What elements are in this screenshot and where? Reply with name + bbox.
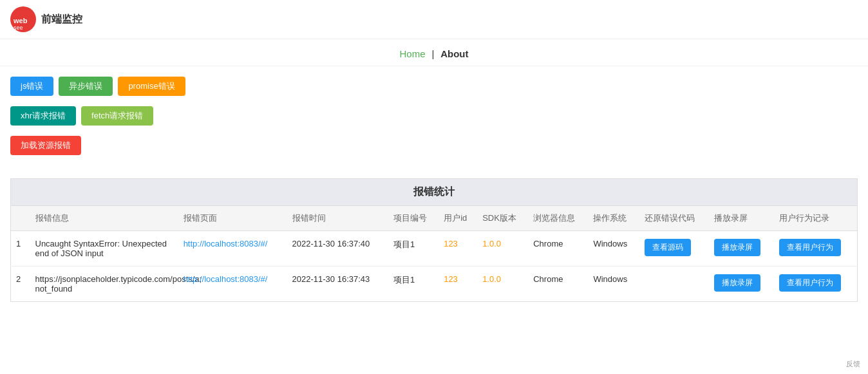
row1-page: http://localhost:8083/#/ bbox=[178, 231, 287, 266]
logo: web see 前端监控 bbox=[10, 6, 82, 32]
row2-index: 2 bbox=[11, 266, 30, 302]
row2-replay-btn[interactable]: 播放录屏 bbox=[714, 274, 760, 292]
btn-resource-error[interactable]: 加载资源报错 bbox=[10, 136, 81, 155]
row2-source-action bbox=[639, 266, 709, 302]
table-title: 报错统计 bbox=[10, 178, 858, 205]
row2-behavior-btn[interactable]: 查看用户行为 bbox=[779, 274, 841, 292]
row2-error-msg: https://jsonplaceholder.typicode.com/pos… bbox=[30, 266, 178, 302]
logo-text: 前端监控 bbox=[41, 13, 82, 26]
btn-async-error[interactable]: 异步错误 bbox=[59, 77, 113, 96]
row1-error-msg: Uncaught SyntaxError: Unexpected end of … bbox=[30, 231, 178, 266]
th-project: 项目编号 bbox=[388, 206, 439, 231]
button-group-row3: 加载资源报错 bbox=[0, 126, 868, 165]
table-row: 2 https://jsonplaceholder.typicode.com/p… bbox=[11, 266, 858, 302]
svg-text:see: see bbox=[14, 24, 23, 31]
th-index bbox=[11, 206, 30, 231]
row1-project: 项目1 bbox=[388, 231, 439, 266]
button-group-row2: xhr请求报错 fetch请求报错 bbox=[0, 96, 868, 126]
error-table-section: 报错统计 报错信息 报错页面 报错时间 项目编号 用户id SDK版本 浏览器信… bbox=[10, 178, 858, 302]
row1-time: 2022-11-30 16:37:40 bbox=[287, 231, 388, 266]
row1-behavior-action: 查看用户行为 bbox=[774, 231, 858, 266]
row1-os: Windows bbox=[588, 231, 639, 266]
th-page: 报错页面 bbox=[178, 206, 287, 231]
th-userid: 用户id bbox=[439, 206, 477, 231]
table-row: 1 Uncaught SyntaxError: Unexpected end o… bbox=[11, 231, 858, 266]
row1-index: 1 bbox=[11, 231, 30, 266]
row1-browser: Chrome bbox=[528, 231, 588, 266]
row2-project: 项目1 bbox=[388, 266, 439, 302]
btn-fetch-error[interactable]: fetch请求报错 bbox=[81, 106, 153, 126]
th-sdk: SDK版本 bbox=[477, 206, 528, 231]
row2-time: 2022-11-30 16:37:43 bbox=[287, 266, 388, 302]
button-group-row1: js错误 异步错误 promise错误 bbox=[0, 66, 868, 96]
th-os: 操作系统 bbox=[588, 206, 639, 231]
btn-promise-error[interactable]: promise错误 bbox=[118, 77, 185, 96]
nav-separator: | bbox=[431, 48, 434, 59]
row1-sdk: 1.0.0 bbox=[477, 231, 528, 266]
nav-bar: Home | About bbox=[0, 39, 868, 66]
row1-source-action: 查看源码 bbox=[639, 231, 709, 266]
row2-behavior-action: 查看用户行为 bbox=[774, 266, 858, 302]
row2-userid: 123 bbox=[439, 266, 477, 302]
th-time: 报错时间 bbox=[287, 206, 388, 231]
row1-source-btn[interactable]: 查看源码 bbox=[645, 239, 691, 256]
row1-userid: 123 bbox=[439, 231, 477, 266]
websee-logo-icon: web see bbox=[10, 6, 36, 32]
row1-replay-action: 播放录屏 bbox=[709, 231, 774, 266]
th-behavior: 用户行为记录 bbox=[774, 206, 858, 231]
row2-os: Windows bbox=[588, 266, 639, 302]
th-source: 还原错误代码 bbox=[639, 206, 709, 231]
row1-replay-btn[interactable]: 播放录屏 bbox=[714, 239, 760, 256]
error-table: 报错信息 报错页面 报错时间 项目编号 用户id SDK版本 浏览器信息 操作系… bbox=[10, 205, 858, 302]
btn-xhr-error[interactable]: xhr请求报错 bbox=[10, 106, 76, 126]
th-replay: 播放录屏 bbox=[709, 206, 774, 231]
row2-sdk: 1.0.0 bbox=[477, 266, 528, 302]
nav-home-link[interactable]: Home bbox=[399, 48, 425, 59]
header: web see 前端监控 bbox=[0, 0, 868, 39]
svg-text:web: web bbox=[13, 17, 28, 24]
btn-js-error[interactable]: js错误 bbox=[10, 77, 53, 96]
row2-page: http://localhost:8083/#/ bbox=[178, 266, 287, 302]
table-header-row: 报错信息 报错页面 报错时间 项目编号 用户id SDK版本 浏览器信息 操作系… bbox=[11, 206, 858, 231]
row2-browser: Chrome bbox=[528, 266, 588, 302]
th-browser: 浏览器信息 bbox=[528, 206, 588, 231]
th-error-msg: 报错信息 bbox=[30, 206, 178, 231]
row1-behavior-btn[interactable]: 查看用户行为 bbox=[779, 239, 841, 256]
nav-about-link[interactable]: About bbox=[440, 48, 468, 59]
row2-replay-action: 播放录屏 bbox=[709, 266, 774, 302]
